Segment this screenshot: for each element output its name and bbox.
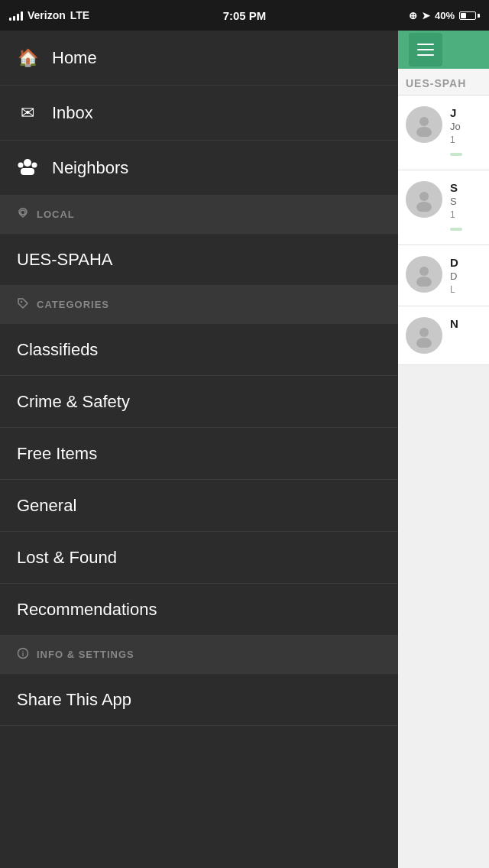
neighbors-icon [17, 156, 38, 180]
svg-point-5 [21, 301, 22, 303]
feed-item-subtitle: Jo [450, 121, 481, 132]
info-settings-section-header: i INFO & SETTINGS [0, 636, 398, 674]
status-right: ⊕ ➤ 40% [409, 10, 480, 21]
svg-point-12 [419, 267, 429, 276]
svg-point-9 [416, 127, 432, 137]
sidebar-item-general-label: General [17, 496, 76, 516]
info-icon: i [17, 647, 29, 662]
avatar [406, 317, 442, 354]
svg-point-10 [419, 192, 429, 201]
signal-bar-2 [13, 16, 15, 21]
feed-item-title: J [450, 106, 481, 119]
sidebar-item-share-app-label: Share This App [17, 690, 131, 710]
right-panel: UES-SPAH J Jo 1 [398, 31, 489, 868]
battery-percent: 40% [435, 10, 455, 21]
sidebar-item-general[interactable]: General [0, 480, 398, 532]
feed-item-time: 1 [450, 209, 481, 220]
feed-item-content: J Jo 1 [450, 106, 481, 159]
svg-point-0 [24, 159, 31, 167]
hamburger-line-3 [417, 54, 434, 56]
sidebar-item-classifieds[interactable]: Classifieds [0, 324, 398, 376]
status-time: 7:05 PM [223, 9, 267, 22]
svg-point-3 [32, 163, 37, 168]
signal-bar-1 [9, 18, 11, 21]
sidebar-item-ues-spaha[interactable]: UES-SPAHA [0, 234, 398, 286]
sidebar-item-share-app[interactable]: Share This App [0, 674, 398, 726]
main-container: 🏠 Home ✉ Inbox Neighbors [0, 31, 489, 868]
right-panel-location-label: UES-SPAH [406, 77, 466, 89]
feed-item[interactable]: D D L [398, 245, 489, 306]
signal-bars [9, 10, 23, 21]
local-pin-icon [17, 207, 29, 222]
feed-item-title: N [450, 317, 481, 330]
svg-point-11 [416, 202, 432, 212]
feed-item-subtitle: D [450, 270, 481, 282]
local-section-header: LOCAL [0, 196, 398, 234]
avatar [406, 256, 442, 293]
sidebar-item-neighbors[interactable]: Neighbors [0, 141, 398, 196]
local-section-label: LOCAL [37, 209, 75, 220]
svg-point-15 [416, 338, 432, 348]
feed-item-title: D [450, 256, 481, 269]
lock-rotation-icon: ⊕ [409, 10, 417, 21]
signal-bar-4 [21, 11, 23, 21]
sidebar-item-free-items[interactable]: Free Items [0, 428, 398, 480]
hamburger-line-1 [417, 44, 434, 45]
avatar [406, 106, 442, 143]
right-panel-header [398, 31, 489, 69]
status-bar: Verizon LTE 7:05 PM ⊕ ➤ 40% [0, 0, 489, 31]
home-icon: 🏠 [17, 48, 38, 68]
hamburger-line-2 [417, 49, 434, 50]
svg-point-14 [419, 328, 429, 337]
network-label: LTE [70, 9, 89, 21]
feed-item[interactable]: J Jo 1 [398, 96, 489, 170]
sidebar-item-crime-safety-label: Crime & Safety [17, 392, 130, 412]
sidebar-item-inbox[interactable]: ✉ Inbox [0, 86, 398, 141]
feed-item-tag [450, 153, 462, 156]
sidebar-item-home-label: Home [52, 48, 97, 68]
battery-indicator [459, 11, 480, 20]
svg-text:i: i [22, 650, 24, 658]
sidebar-item-recommendations[interactable]: Recommendations [0, 584, 398, 636]
svg-rect-1 [21, 168, 34, 175]
feed-item-content: D D L [450, 256, 481, 295]
categories-section-label: CATEGORIES [37, 299, 109, 310]
signal-bar-3 [17, 14, 19, 21]
sidebar: 🏠 Home ✉ Inbox Neighbors [0, 31, 398, 868]
feed-item-content: S S 1 [450, 181, 481, 234]
avatar [406, 181, 442, 218]
status-left: Verizon LTE [9, 9, 89, 21]
battery-tip [478, 14, 480, 18]
svg-point-13 [416, 277, 432, 287]
svg-point-2 [18, 163, 24, 168]
info-settings-section-label: INFO & SETTINGS [37, 649, 134, 660]
sidebar-item-home[interactable]: 🏠 Home [0, 31, 398, 86]
feed-item-content: N [450, 317, 481, 330]
sidebar-item-recommendations-label: Recommendations [17, 600, 157, 620]
sidebar-item-ues-spaha-label: UES-SPAHA [17, 250, 113, 270]
feed-item[interactable]: S S 1 [398, 170, 489, 245]
sidebar-item-inbox-label: Inbox [52, 103, 93, 123]
sidebar-item-lost-found-label: Lost & Found [17, 548, 117, 568]
feed-item-title: S [450, 181, 481, 194]
sidebar-item-classifieds-label: Classifieds [17, 340, 98, 360]
feed-item-subtitle: S [450, 196, 481, 207]
feed-item-time: 1 [450, 134, 481, 145]
feed-list: J Jo 1 S S 1 [398, 96, 489, 365]
sidebar-item-lost-found[interactable]: Lost & Found [0, 532, 398, 584]
tag-icon [17, 297, 29, 312]
sidebar-item-neighbors-label: Neighbors [52, 158, 128, 178]
sidebar-item-crime-safety[interactable]: Crime & Safety [0, 376, 398, 428]
hamburger-button[interactable] [409, 33, 442, 66]
carrier-label: Verizon [28, 9, 66, 21]
battery-body [459, 11, 476, 20]
feed-item-tag [450, 228, 462, 231]
navigation-icon: ➤ [422, 10, 430, 21]
svg-point-4 [21, 210, 25, 215]
feed-item[interactable]: N [398, 306, 489, 365]
feed-item-time: L [450, 284, 481, 295]
categories-section-header: CATEGORIES [0, 286, 398, 324]
battery-fill [461, 13, 466, 18]
sidebar-item-free-items-label: Free Items [17, 444, 97, 464]
svg-point-8 [419, 117, 429, 126]
